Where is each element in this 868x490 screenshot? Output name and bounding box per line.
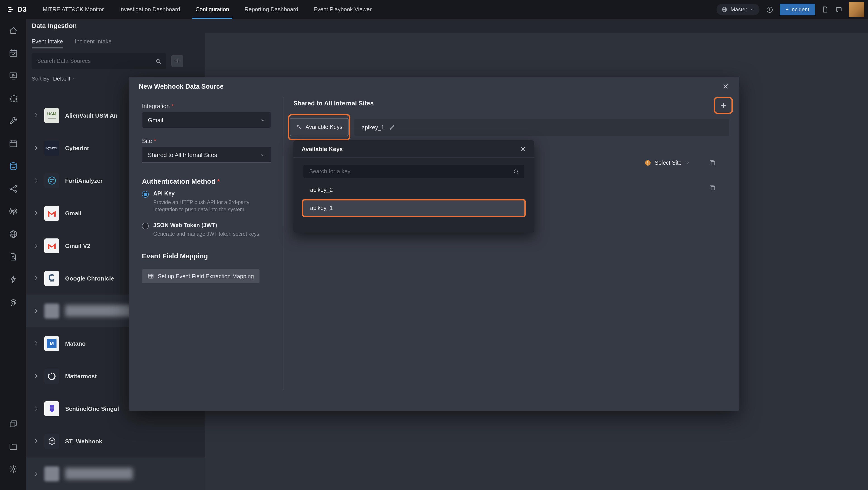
automation-icon[interactable] [4,270,23,288]
matano-icon: M [44,336,59,351]
search-input[interactable] [36,57,155,65]
redacted-source-icon [44,304,59,318]
chevron-right-icon[interactable] [33,307,40,314]
nav-configuration[interactable]: Configuration [188,0,237,19]
alienvault-usm-icon: USM [44,108,59,123]
tab-event-intake[interactable]: Event Intake [32,38,63,49]
chevron-right-icon[interactable] [33,177,40,184]
broadcast-icon[interactable] [4,202,23,220]
auth-option-api-key[interactable]: API Key Provide an HTTP push API for a 3… [142,191,271,213]
home-icon[interactable] [4,21,23,39]
source-row-st-webhook[interactable]: ST_Webhook [26,425,205,457]
select-site-label: Select Site [655,160,682,166]
nav-investigation-dashboard[interactable]: Investigation Dashboard [112,0,188,19]
tab-incident-intake[interactable]: Incident Intake [75,38,112,49]
column-divider [283,97,283,390]
app-logo[interactable]: D3 [0,5,35,13]
setup-field-mapping-button[interactable]: Set up Event Field Extraction Mapping [142,269,259,284]
document-icon[interactable] [822,6,829,13]
calendar-event-icon[interactable] [4,44,23,62]
radio-unselected-icon[interactable] [142,223,149,229]
pencil-icon[interactable] [389,124,395,131]
integration-value: Gmail [148,116,163,123]
environment-selector[interactable]: Master [717,4,759,16]
sentinelone-icon [44,401,59,416]
fingerprint-icon[interactable] [4,293,23,311]
key-option-apikey-1[interactable]: apikey_1 [302,199,526,217]
chevron-right-icon[interactable] [33,112,40,119]
d3-logo-icon [6,5,14,13]
nav-reporting-dashboard[interactable]: Reporting Dashboard [237,0,306,19]
search-icon [155,58,162,64]
plus-icon [174,58,180,64]
selected-key-field[interactable]: apikey_1 [354,119,729,136]
cyberint-icon: CyberInt [44,141,59,155]
integrations-icon[interactable] [4,89,23,107]
nav-mitre-attack-monitor[interactable]: MITRE ATT&CK Monitor [35,0,112,19]
investigation-viewer-icon[interactable] [4,66,23,85]
add-data-source-button[interactable] [171,55,183,67]
copy-icon[interactable] [708,184,716,192]
chevron-right-icon[interactable] [33,470,40,477]
auth-option-label: API Key [153,191,272,197]
radio-selected-icon[interactable] [142,191,149,198]
chevron-right-icon[interactable] [33,340,40,347]
tools-icon[interactable] [4,112,23,130]
web-icon[interactable] [4,225,23,243]
source-label: Google Chronicle [65,275,114,282]
top-nav: D3 MITRE ATT&CK Monitor Investigation Da… [0,0,868,19]
highlight-box-add-key [714,97,733,114]
integration-select[interactable]: Gmail [142,112,271,128]
connections-icon[interactable] [4,180,23,198]
chevron-right-icon[interactable] [33,209,40,217]
available-keys-button[interactable]: Available Keys [289,118,349,136]
info-icon[interactable] [766,6,773,13]
close-icon[interactable] [520,146,526,152]
chat-icon[interactable] [835,6,843,13]
key-search-input[interactable] [308,168,513,175]
chevron-down-icon [685,161,690,165]
key-search-box [303,165,524,178]
chevron-right-icon[interactable] [33,242,40,249]
source-label: Mattermost [65,373,97,379]
modal-header: New Webhook Data Source [129,77,739,96]
popup-header: Available Keys [293,140,534,158]
modal-title: New Webhook Data Source [139,83,223,90]
folder-icon[interactable] [4,437,23,455]
chevron-right-icon[interactable] [33,372,40,380]
windows-icon[interactable] [4,414,23,433]
copy-icon[interactable] [708,159,716,167]
chevron-right-icon[interactable] [33,437,40,445]
select-site-dropdown[interactable]: Select Site [644,157,690,169]
document-search-icon[interactable] [4,248,23,266]
data-ingestion-icon[interactable] [4,157,23,175]
left-icon-sidebar [0,19,26,490]
chevron-right-icon[interactable] [33,275,40,282]
close-icon[interactable] [722,83,729,90]
nav-event-playbook-viewer[interactable]: Event Playbook Viewer [306,0,379,19]
user-avatar[interactable] [849,2,864,17]
key-option-apikey-2[interactable]: apikey_2 [293,184,534,196]
logo-text: D3 [17,5,27,13]
source-row-redacted[interactable] [26,457,205,490]
st-webhook-icon [44,434,59,449]
chevron-right-icon[interactable] [33,405,40,412]
settings-gear-icon[interactable] [4,460,23,478]
chevron-right-icon[interactable] [33,144,40,151]
site-select[interactable]: Shared to All Internal Sites [142,147,271,163]
main-nav: MITRE ATT&CK Monitor Investigation Dashb… [35,0,379,19]
sort-by-label: Sort By [32,76,50,82]
site-label: Site* [142,138,271,144]
sort-by-dropdown[interactable]: Default [53,76,76,82]
fortianalyzer-icon [44,173,59,188]
chevron-down-icon [72,77,76,81]
top-nav-right: Master + Incident [717,2,868,17]
new-incident-button[interactable]: + Incident [780,4,815,16]
schedule-icon[interactable] [4,134,23,152]
add-key-button[interactable] [717,98,730,112]
source-label: SentinelOne Singul [65,405,119,412]
auth-option-jwt[interactable]: JSON Web Token (JWT) Generate and manage… [142,222,271,237]
modal-body: Integration* Gmail Site* Shared to All I… [129,96,739,411]
auth-option-label: JSON Web Token (JWT) [153,222,272,229]
new-webhook-data-source-modal: New Webhook Data Source Integration* Gma… [129,77,739,411]
